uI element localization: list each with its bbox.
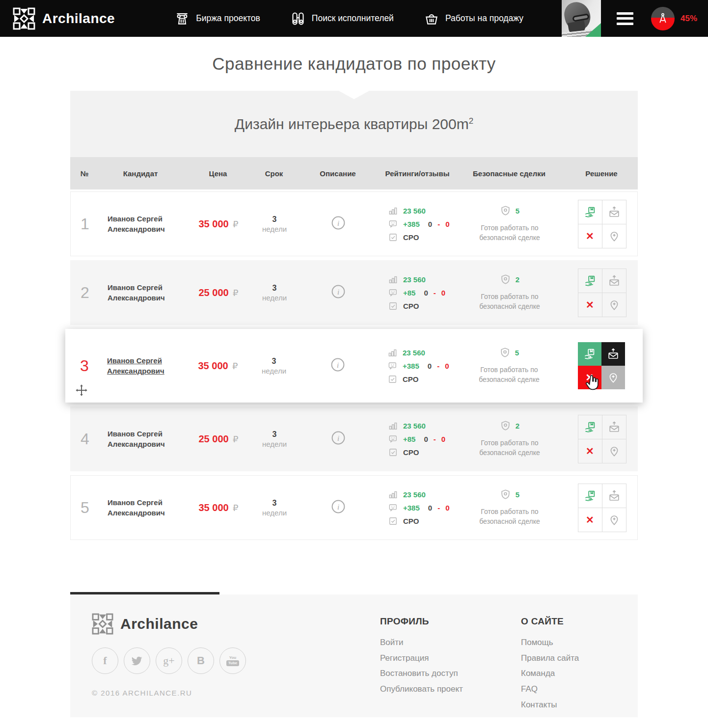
hamburger-menu-icon[interactable]: [617, 12, 633, 25]
nav-item-projects-exchange[interactable]: Биржа проектов: [175, 11, 260, 26]
reject-button[interactable]: ✕: [578, 293, 602, 317]
decision-buttons: ✕: [578, 415, 626, 463]
candidate-name[interactable]: Иванов Сергей Александрович: [108, 214, 181, 234]
ratings-cell: 23 560 +85 0 - 0 СРО: [382, 421, 454, 457]
ruble-sign: ₽: [233, 503, 238, 513]
checkbox-icon: [388, 233, 398, 242]
views-count: 23 560: [403, 490, 426, 499]
ruble-sign: ₽: [232, 361, 238, 371]
candidate-name[interactable]: Иванов Сергей Александрович: [108, 282, 181, 303]
cert-label: СРО: [403, 517, 419, 525]
neutral-reviews: 0: [428, 220, 432, 228]
link-restore-access[interactable]: Востановить доступ: [380, 668, 521, 680]
main-content: Сравнение кандидатов по проекту Дизайн и…: [70, 37, 638, 540]
reject-button[interactable]: ✕: [578, 224, 602, 248]
google-plus-icon[interactable]: g+: [156, 647, 182, 674]
info-icon[interactable]: [331, 500, 345, 513]
info-icon[interactable]: [331, 285, 345, 298]
offer-deal-button[interactable]: [578, 269, 602, 293]
term-cell: 3 недели: [254, 499, 295, 517]
negative-reviews: 0: [445, 362, 449, 370]
brand-name: Archilance: [42, 11, 115, 27]
shield-icon: [499, 347, 511, 358]
archilance-logo-icon: [92, 613, 113, 635]
reviews-bubble-icon: [388, 219, 398, 229]
facebook-icon[interactable]: f: [92, 647, 118, 674]
column-icon: [175, 11, 190, 26]
send-message-button[interactable]: [602, 269, 626, 293]
price-value: 25 000: [198, 287, 228, 298]
link-register[interactable]: Регистрация: [380, 652, 521, 665]
link-site-rules[interactable]: Правила сайта: [521, 652, 638, 665]
location-pin-icon: [608, 514, 620, 526]
price-cell: 25 000 ₽: [183, 433, 254, 445]
price-cell: 35 000 ₽: [183, 218, 254, 230]
positive-reviews: +85: [403, 435, 415, 443]
neutral-reviews: 0: [428, 362, 432, 370]
candidate-name[interactable]: Иванов Сергей Александрович: [108, 497, 181, 518]
location-pin-icon: [607, 372, 619, 383]
link-team[interactable]: Команда: [521, 668, 638, 680]
candidate-name[interactable]: Иванов Сергей Александрович: [108, 429, 181, 449]
offer-deal-button[interactable]: [578, 200, 602, 224]
add-location-button[interactable]: [602, 224, 626, 248]
send-message-button[interactable]: [602, 415, 626, 439]
row-number: 4: [71, 430, 99, 448]
send-message-button[interactable]: [601, 342, 625, 366]
decision-buttons: ✕: [578, 200, 626, 248]
price-value: 35 000: [198, 360, 228, 371]
reject-button[interactable]: ✕: [578, 508, 602, 532]
vk-icon[interactable]: B: [188, 647, 214, 674]
project-banner: Дизайн интерьера квартиры 200m2: [70, 91, 638, 157]
nav-item-find-performers[interactable]: Поиск исполнителей: [291, 11, 394, 26]
location-pin-icon: [608, 299, 620, 311]
views-count: 23 560: [403, 422, 426, 430]
offer-deal-button[interactable]: [578, 415, 602, 439]
price-cell: 25 000 ₽: [183, 287, 254, 298]
reject-button[interactable]: ✕: [578, 439, 602, 463]
send-mail-icon: [608, 275, 620, 287]
user-avatar[interactable]: [562, 0, 601, 37]
add-location-button[interactable]: [601, 366, 625, 389]
cert-label: СРО: [403, 375, 418, 383]
bar-chart-icon: [388, 206, 398, 216]
reject-button[interactable]: ✕: [578, 366, 601, 389]
twitter-icon[interactable]: [124, 647, 150, 674]
footer-col-about: О САЙТЕ Помощь Правила сайта Команда FAQ…: [521, 613, 638, 717]
add-location-button[interactable]: [602, 439, 626, 463]
brand[interactable]: Archilance: [0, 7, 115, 30]
neutral-reviews: 0: [424, 435, 428, 443]
link-publish-project[interactable]: Опубликовать проект: [380, 683, 521, 696]
link-help[interactable]: Помощь: [521, 637, 638, 649]
shield-icon: [500, 205, 511, 216]
send-message-button[interactable]: [602, 200, 626, 224]
progress-percent: 45%: [681, 14, 697, 24]
row-number: 3: [70, 357, 99, 375]
send-mail-icon: [608, 421, 620, 433]
send-message-button[interactable]: [602, 484, 626, 508]
offer-deal-button[interactable]: [578, 484, 602, 508]
footer-brand[interactable]: Archilance: [92, 613, 380, 635]
candidate-name[interactable]: Иванов Сергей Александрович: [107, 355, 181, 376]
copyright: © 2016 ARCHILANCE.RU: [92, 689, 380, 697]
positive-reviews: +85: [403, 289, 415, 297]
add-location-button[interactable]: [602, 293, 626, 317]
link-faq[interactable]: FAQ: [521, 683, 638, 696]
link-login[interactable]: Войти: [380, 637, 521, 649]
add-location-button[interactable]: [602, 508, 626, 532]
nav-item-works-for-sale[interactable]: Работы на продажу: [424, 11, 523, 26]
youtube-icon[interactable]: You Tube: [219, 647, 246, 674]
banner-notch: [339, 91, 369, 99]
info-icon[interactable]: [331, 216, 345, 230]
info-icon[interactable]: [331, 358, 345, 372]
reviews-dash: -: [437, 220, 440, 228]
col-description: Описание: [294, 169, 381, 178]
negative-reviews: 0: [441, 435, 445, 443]
bar-chart-icon: [388, 275, 398, 284]
deal-hand-icon: [584, 275, 596, 287]
info-icon[interactable]: [331, 431, 345, 445]
link-contacts[interactable]: Контакты: [521, 699, 638, 711]
offer-deal-button[interactable]: [578, 342, 601, 366]
profile-progress-badge[interactable]: 45%: [651, 7, 708, 30]
drag-move-icon[interactable]: [75, 384, 88, 397]
